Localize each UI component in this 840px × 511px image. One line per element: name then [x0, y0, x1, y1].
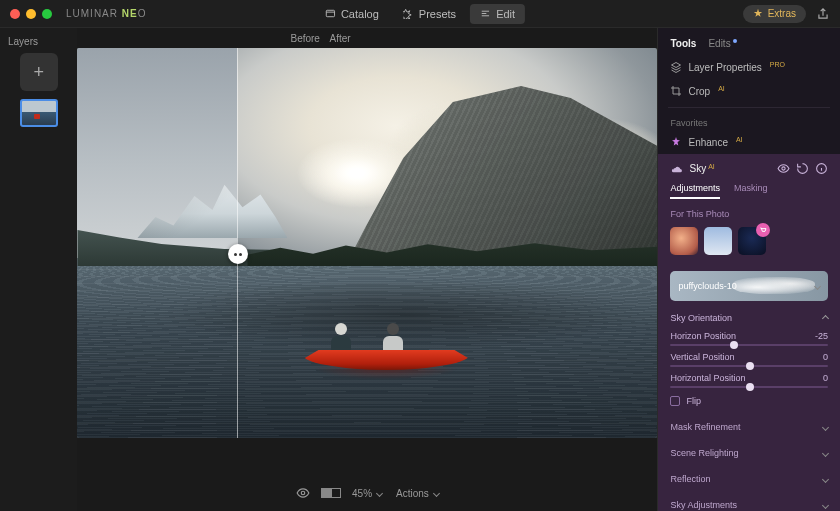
- canvas-toolbar: 45% Actions: [77, 475, 657, 511]
- chevron-down-icon: [814, 282, 821, 289]
- svg-point-2: [782, 167, 785, 170]
- svg-point-1: [301, 491, 305, 495]
- sky-preset-1[interactable]: [670, 227, 698, 255]
- actions-dropdown[interactable]: Actions: [396, 488, 439, 499]
- panel-tabs: Tools Edits: [658, 28, 840, 55]
- before-label: Before: [290, 33, 319, 44]
- ai-badge: AI: [718, 85, 725, 92]
- maximize-window-button[interactable]: [42, 9, 52, 19]
- crop-icon: [670, 85, 682, 97]
- canvas-area: Before After: [77, 28, 657, 511]
- compare-divider[interactable]: [237, 48, 238, 438]
- compare-toggle-button[interactable]: [324, 486, 338, 500]
- section-sky-adjustments[interactable]: Sky Adjustments: [658, 492, 840, 511]
- section-reflection[interactable]: Reflection: [658, 466, 840, 492]
- chevron-down-icon: [822, 449, 829, 456]
- slider-track[interactable]: [670, 386, 828, 388]
- titlebar: LUMINAR NEO Catalog Presets Edit Extras: [0, 0, 840, 28]
- extras-button[interactable]: Extras: [743, 5, 806, 23]
- layers-panel: Layers +: [0, 28, 77, 511]
- extras-label: Extras: [768, 8, 796, 19]
- pro-badge: PRO: [770, 61, 785, 68]
- svg-rect-0: [326, 10, 334, 16]
- cart-badge-icon: [756, 223, 770, 237]
- section-mask-refinement[interactable]: Mask Refinement: [658, 414, 840, 440]
- nav-presets[interactable]: Presets: [393, 4, 466, 24]
- nav-edit-label: Edit: [496, 8, 515, 20]
- sky-selection-dropdown[interactable]: puffyclouds-10: [670, 271, 828, 301]
- after-label: After: [329, 33, 350, 44]
- tool-sky-panel: SkyAI Adjustments Masking For This Photo…: [658, 154, 840, 511]
- quick-preview-button[interactable]: [296, 486, 310, 500]
- reset-icon[interactable]: [796, 162, 809, 175]
- zoom-dropdown[interactable]: 45%: [352, 488, 382, 499]
- extras-icon: [753, 8, 763, 20]
- top-nav: Catalog Presets Edit: [315, 4, 525, 24]
- presets-icon: [403, 8, 414, 19]
- info-icon[interactable]: [815, 162, 828, 175]
- slider-track[interactable]: [670, 365, 828, 367]
- share-button[interactable]: [816, 7, 830, 21]
- nav-presets-label: Presets: [419, 8, 456, 20]
- tool-enhance[interactable]: EnhanceAI: [658, 130, 840, 154]
- chevron-down-icon: [376, 489, 383, 496]
- for-this-photo-label: For This Photo: [658, 205, 840, 221]
- image-canvas[interactable]: [77, 48, 657, 438]
- nav-catalog-label: Catalog: [341, 8, 379, 20]
- favorites-heading: Favorites: [658, 112, 840, 130]
- slider-vertical-position: Vertical Position0: [658, 348, 840, 369]
- visibility-toggle-icon[interactable]: [777, 162, 790, 175]
- close-window-button[interactable]: [10, 9, 20, 19]
- flip-checkbox-row: Flip: [658, 390, 840, 414]
- sky-preset-2[interactable]: [704, 227, 732, 255]
- flip-checkbox[interactable]: [670, 396, 680, 406]
- canoe-graphic: [301, 324, 471, 370]
- chevron-down-icon: [433, 489, 440, 496]
- tab-tools[interactable]: Tools: [670, 38, 696, 49]
- tool-crop[interactable]: CropAI: [658, 79, 840, 103]
- app-brand: LUMINAR NEO: [66, 8, 146, 19]
- layers-title: Layers: [8, 36, 38, 47]
- slider-horizontal-position: Horizontal Position0: [658, 369, 840, 390]
- nav-catalog[interactable]: Catalog: [315, 4, 389, 24]
- tool-layer-properties[interactable]: Layer PropertiesPRO: [658, 55, 840, 79]
- layers-icon: [670, 61, 682, 73]
- sky-preset-3[interactable]: [738, 227, 766, 255]
- nav-edit[interactable]: Edit: [470, 4, 525, 24]
- window-controls: [10, 9, 52, 19]
- minimize-window-button[interactable]: [26, 9, 36, 19]
- slider-horizon-position: Horizon Position-25: [658, 327, 840, 348]
- subtab-adjustments[interactable]: Adjustments: [670, 183, 720, 199]
- chevron-up-icon: [822, 314, 829, 321]
- enhance-icon: [670, 136, 682, 148]
- subtab-masking[interactable]: Masking: [734, 183, 768, 199]
- section-sky-orientation[interactable]: Sky Orientation: [658, 305, 840, 327]
- slider-track[interactable]: [670, 344, 828, 346]
- catalog-icon: [325, 8, 336, 19]
- chevron-down-icon: [822, 475, 829, 482]
- chevron-down-icon: [822, 501, 829, 508]
- add-layer-button[interactable]: +: [20, 53, 58, 91]
- edits-indicator-dot: [733, 39, 737, 43]
- sky-title: SkyAI: [689, 163, 771, 174]
- tools-panel: Tools Edits Layer PropertiesPRO CropAI F…: [657, 28, 840, 511]
- chevron-down-icon: [822, 423, 829, 430]
- layer-thumb-1[interactable]: [20, 99, 58, 127]
- edit-icon: [480, 8, 491, 19]
- sky-icon: [670, 162, 683, 175]
- tab-edits[interactable]: Edits: [708, 38, 736, 49]
- section-scene-relighting[interactable]: Scene Relighting: [658, 440, 840, 466]
- ai-badge: AI: [736, 136, 743, 143]
